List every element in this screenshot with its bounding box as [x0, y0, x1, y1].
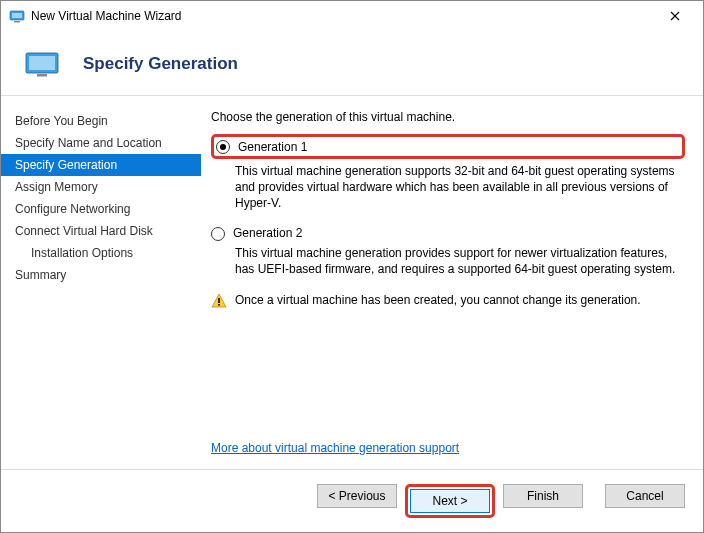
sidebar-item-installation-options[interactable]: Installation Options [1, 242, 201, 264]
sidebar-item-specify-name-location[interactable]: Specify Name and Location [1, 132, 201, 154]
gen1-label[interactable]: Generation 1 [238, 140, 307, 154]
close-button[interactable] [655, 2, 695, 30]
radio-gen2[interactable] [211, 227, 225, 241]
gen1-highlight: Generation 1 [211, 134, 685, 159]
svg-rect-4 [29, 56, 55, 70]
titlebar: New Virtual Machine Wizard [1, 1, 703, 31]
sidebar-item-assign-memory[interactable]: Assign Memory [1, 176, 201, 198]
body: Before You Begin Specify Name and Locati… [1, 96, 703, 469]
warning-text: Once a virtual machine has been created,… [235, 293, 641, 307]
svg-rect-7 [218, 304, 220, 306]
svg-rect-6 [218, 298, 220, 303]
gen2-label[interactable]: Generation 2 [233, 226, 302, 240]
sidebar-item-before-you-begin[interactable]: Before You Begin [1, 110, 201, 132]
previous-button[interactable]: < Previous [317, 484, 397, 508]
next-highlight: Next > [405, 484, 495, 518]
content: Choose the generation of this virtual ma… [201, 96, 703, 469]
warning-row: Once a virtual machine has been created,… [211, 293, 685, 309]
intro-text: Choose the generation of this virtual ma… [211, 110, 685, 124]
sidebar-item-connect-vhd[interactable]: Connect Virtual Hard Disk [1, 220, 201, 242]
svg-rect-5 [37, 74, 47, 77]
sidebar: Before You Begin Specify Name and Locati… [1, 96, 201, 469]
wizard-window: New Virtual Machine Wizard Specify Gener… [0, 0, 704, 533]
vm-header-icon [25, 51, 59, 77]
svg-rect-1 [12, 13, 22, 18]
cancel-button[interactable]: Cancel [605, 484, 685, 508]
gen1-description: This virtual machine generation supports… [235, 163, 685, 212]
header: Specify Generation [1, 31, 703, 96]
warning-icon [211, 293, 227, 309]
finish-button[interactable]: Finish [503, 484, 583, 508]
footer: < Previous Next > Finish Cancel [1, 469, 703, 532]
sidebar-item-specify-generation[interactable]: Specify Generation [1, 154, 201, 176]
sidebar-item-configure-networking[interactable]: Configure Networking [1, 198, 201, 220]
sidebar-item-summary[interactable]: Summary [1, 264, 201, 286]
gen2-option: Generation 2 [211, 224, 685, 243]
gen2-description: This virtual machine generation provides… [235, 245, 685, 277]
learn-more-link[interactable]: More about virtual machine generation su… [211, 441, 685, 455]
titlebar-left: New Virtual Machine Wizard [9, 8, 182, 24]
next-button[interactable]: Next > [410, 489, 490, 513]
radio-gen1[interactable] [216, 140, 230, 154]
page-title: Specify Generation [83, 54, 238, 74]
window-title: New Virtual Machine Wizard [31, 9, 182, 23]
svg-rect-2 [14, 21, 20, 23]
vm-icon [9, 8, 25, 24]
